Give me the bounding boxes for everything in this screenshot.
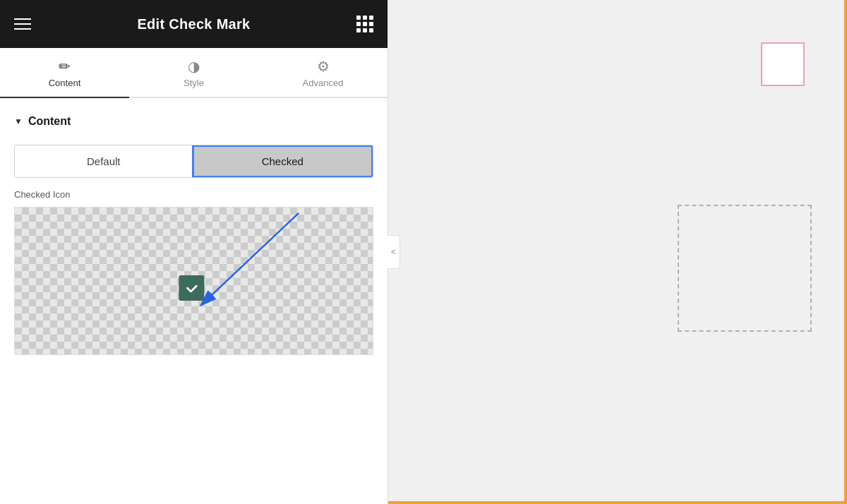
icon-preview[interactable] [14,207,373,355]
toggle-default[interactable]: Default [15,145,193,177]
panel-body: ▼ Content Default Checked Checked Icon [0,98,388,504]
tabs-bar: ✏ Content ◑ Style ⚙ Advanced [0,48,388,98]
hamburger-icon[interactable] [14,18,31,30]
grid-icon[interactable] [356,16,373,32]
section-arrow: ▼ [14,116,23,126]
pink-selection-box [761,42,805,86]
halfcircle-icon: ◑ [188,59,200,73]
collapse-toggle[interactable]: < [388,235,400,269]
orange-bottom-border [388,501,847,504]
tab-content[interactable]: ✏ Content [0,48,129,97]
pencil-icon: ✏ [59,59,71,73]
panel-header: Edit Check Mark [0,0,388,48]
checkmark-box [179,275,204,301]
tab-style[interactable]: ◑ Style [129,48,258,97]
section-heading: ▼ Content [14,115,373,128]
checked-icon-label: Checked Icon [14,189,373,200]
toggle-checked[interactable]: Checked [192,145,374,178]
orange-right-border [844,0,847,504]
checkmark-icon [184,281,198,295]
panel-title: Edit Check Mark [137,16,250,32]
tab-advanced[interactable]: ⚙ Advanced [258,48,388,97]
gear-icon: ⚙ [317,59,330,73]
dashed-selection-box [678,205,812,332]
left-panel: Edit Check Mark ✏ Content ◑ Style ⚙ Adva… [0,0,388,504]
canvas-area [388,0,847,504]
toggle-group: Default Checked [14,145,373,178]
